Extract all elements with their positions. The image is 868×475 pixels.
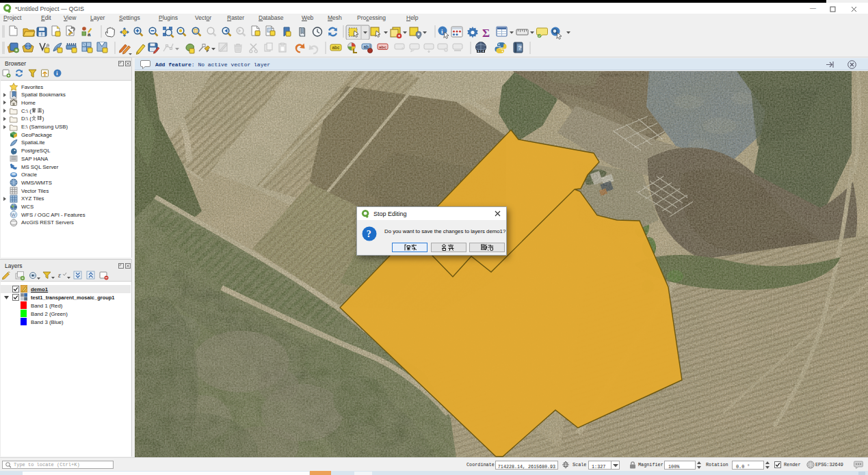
svg-text:a: a bbox=[88, 31, 91, 38]
svg-text:?: ? bbox=[518, 44, 522, 51]
svg-text:?: ? bbox=[367, 229, 371, 239]
svg-text:ε: ε bbox=[58, 271, 61, 279]
svg-text:abc: abc bbox=[332, 45, 341, 50]
svg-text:Σ: Σ bbox=[482, 27, 490, 40]
svg-text:W: W bbox=[11, 213, 16, 217]
svg-text:ab: ab bbox=[364, 44, 369, 49]
svg-text:abc: abc bbox=[379, 44, 386, 49]
